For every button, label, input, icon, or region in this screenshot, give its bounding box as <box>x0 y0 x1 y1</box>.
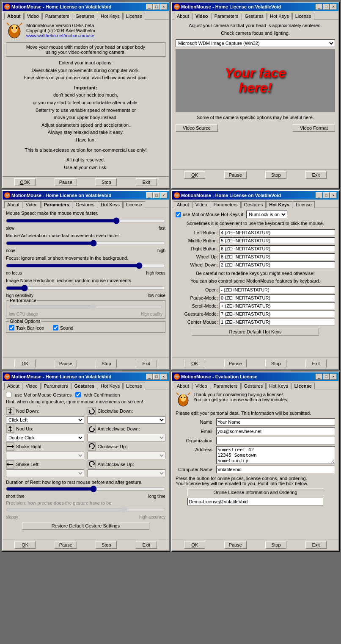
tab-lic-about[interactable]: About <box>174 383 192 389</box>
gesture-mode-input[interactable] <box>220 311 335 317</box>
tab-video-hotkeys[interactable]: Hot Keys <box>267 13 292 19</box>
computer-input[interactable] <box>216 466 335 473</box>
exit-btn-license[interactable]: Exit <box>305 541 327 549</box>
address-textarea[interactable]: Somestreet 42 12345 Sometown SomeCountry <box>216 446 335 464</box>
tab-params-license[interactable]: License <box>123 201 145 208</box>
ok-btn-params[interactable]: OK <box>14 360 36 367</box>
maximize-btn-video[interactable]: □ <box>323 4 330 10</box>
maximize-btn-hotkeys[interactable]: □ <box>323 192 330 198</box>
minimize-btn-params[interactable]: _ <box>146 192 153 198</box>
duration-slider[interactable] <box>6 485 165 493</box>
acw-down-select[interactable] <box>88 434 166 441</box>
middle-input[interactable] <box>220 237 335 244</box>
tab-hk-license[interactable]: License <box>293 201 315 208</box>
close-btn-params[interactable]: × <box>160 192 167 198</box>
tab-lic-hotkeys[interactable]: Hot Keys <box>266 383 291 389</box>
cw-up-select[interactable] <box>88 452 166 459</box>
taskbar-checkbox[interactable] <box>9 325 14 330</box>
exit-btn-video[interactable]: Exit <box>305 171 327 179</box>
close-btn-license[interactable]: × <box>330 374 337 380</box>
exit-btn-about[interactable]: Exit <box>136 178 157 186</box>
exit-btn-hotkeys[interactable]: Exit <box>305 360 327 367</box>
maximize-btn-license[interactable]: □ <box>323 374 330 380</box>
tab-params-about[interactable]: About <box>4 201 22 208</box>
tab-hk-about[interactable]: About <box>174 201 192 208</box>
pause-btn-hotkeys[interactable]: Pause <box>224 360 247 367</box>
stop-btn-gestures[interactable]: Stop <box>96 541 117 549</box>
tab-gest-about[interactable]: About <box>4 383 22 389</box>
noise-slider[interactable] <box>6 284 165 292</box>
tab-hk-gestures[interactable]: Gestures <box>241 201 266 208</box>
tab-video-gestures[interactable]: Gestures <box>242 13 267 19</box>
tab-lic-params[interactable]: Parameters <box>211 383 241 389</box>
nod-down-select[interactable]: Click Left <box>6 416 84 424</box>
tab-gest-gestures[interactable]: Gestures <box>72 383 98 389</box>
tab-params-video[interactable]: Video <box>23 201 41 208</box>
maximize-btn-about[interactable]: □ <box>153 4 160 10</box>
minimize-btn-gestures[interactable]: _ <box>146 374 153 380</box>
tab-lic-license[interactable]: License <box>292 383 315 389</box>
tab-about-license[interactable]: License <box>123 13 145 19</box>
stop-btn-video[interactable]: Stop <box>265 171 286 179</box>
tab-about-hotkeys[interactable]: Hot Keys <box>98 13 123 19</box>
stop-btn-about[interactable]: Stop <box>96 178 117 186</box>
tab-video-video[interactable]: Video <box>192 13 211 19</box>
tab-video-license[interactable]: License <box>292 13 314 19</box>
tab-hk-params[interactable]: Parameters <box>211 201 241 208</box>
restore-gestures-btn[interactable]: Restore Default Gesture Settings <box>22 522 150 530</box>
left-input[interactable] <box>220 229 335 236</box>
tab-params-params[interactable]: Parameters <box>41 201 72 208</box>
wheelup-input[interactable] <box>220 253 335 260</box>
stop-btn-hotkeys[interactable]: Stop <box>265 360 286 367</box>
close-btn-video[interactable]: × <box>330 4 337 10</box>
tab-lic-video[interactable]: Video <box>192 383 210 389</box>
pause-btn-params[interactable]: Pause <box>55 360 77 367</box>
pause-btn-license[interactable]: Pause <box>224 541 247 549</box>
tab-video-params[interactable]: Parameters <box>212 13 242 19</box>
use-hotkeys-checkbox[interactable] <box>176 212 181 217</box>
tab-params-gestures[interactable]: Gestures <box>73 201 98 208</box>
tab-video-about[interactable]: About <box>174 13 192 19</box>
video-source-btn[interactable]: Video Source <box>176 124 218 132</box>
scroll-mode-input[interactable] <box>220 303 335 309</box>
pause-btn-gestures[interactable]: Pause <box>55 541 77 549</box>
tab-hk-hotkeys[interactable]: Hot Keys <box>266 201 292 208</box>
exit-btn-gestures[interactable]: Exit <box>136 541 157 549</box>
minimize-btn-video[interactable]: _ <box>316 4 322 10</box>
exit-btn-params[interactable]: Exit <box>136 360 157 367</box>
minimize-btn-about[interactable]: _ <box>146 4 153 10</box>
tab-about-gestures[interactable]: Gestures <box>73 13 98 19</box>
open-input[interactable] <box>220 286 335 293</box>
pause-btn-about[interactable]: Pause <box>55 178 77 186</box>
shake-left-select[interactable] <box>6 469 84 477</box>
tab-gest-hotkeys[interactable]: Hot Keys <box>98 383 123 389</box>
stop-btn-license[interactable]: Stop <box>265 541 286 549</box>
ok-btn-about[interactable]: OOK <box>14 178 36 186</box>
wheeldown-input[interactable] <box>220 261 335 268</box>
accel-slider[interactable] <box>6 239 165 247</box>
ok-btn-hotkeys[interactable]: OK <box>184 360 205 367</box>
tab-gest-params[interactable]: Parameters <box>41 383 71 389</box>
hotkeys-condition-select[interactable]: NumLock is on <box>246 211 287 218</box>
perf-slider[interactable] <box>9 303 162 311</box>
tab-gest-license[interactable]: License <box>123 383 145 389</box>
ok-btn-gestures[interactable]: OK <box>14 541 36 549</box>
use-gestures-checkbox[interactable] <box>6 392 11 397</box>
maximize-btn-gestures[interactable]: □ <box>153 374 160 380</box>
email-input[interactable] <box>216 427 335 435</box>
ok-btn-video[interactable]: OK <box>184 171 205 179</box>
name-input[interactable] <box>216 418 335 426</box>
close-btn-about[interactable]: × <box>160 4 167 10</box>
sound-checkbox[interactable] <box>53 325 58 330</box>
right-input[interactable] <box>220 245 335 252</box>
acw-up-select[interactable] <box>88 469 166 477</box>
tab-hk-video[interactable]: Video <box>192 201 210 208</box>
center-mouse-input[interactable] <box>220 319 335 325</box>
tab-lic-gestures[interactable]: Gestures <box>241 383 266 389</box>
close-btn-gestures[interactable]: × <box>160 374 167 380</box>
speed-slider[interactable] <box>6 217 165 225</box>
shake-right-select[interactable] <box>6 452 84 459</box>
tab-about-video[interactable]: Video <box>24 13 42 19</box>
nod-up-select[interactable]: Double Click <box>6 434 84 441</box>
tab-gest-video[interactable]: Video <box>23 383 41 389</box>
